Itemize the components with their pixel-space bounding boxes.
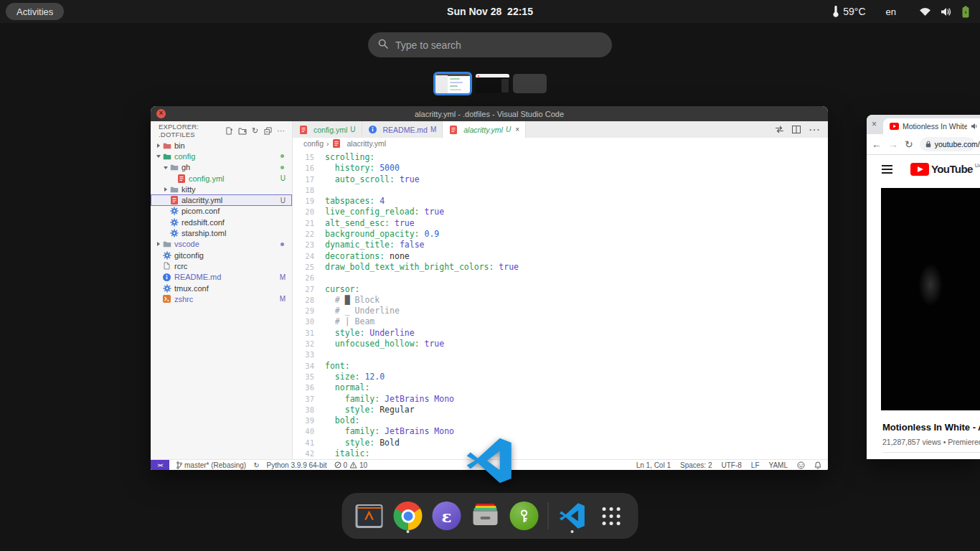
breadcrumb-file[interactable]: alacritty.yml	[347, 139, 387, 148]
code-line: 16 history: 5000	[293, 163, 828, 174]
new-folder-icon[interactable]	[237, 126, 248, 136]
eol-item[interactable]: LF	[751, 461, 760, 469]
code-line: 31 style: Underline	[293, 328, 828, 339]
warnings-count: 10	[359, 461, 367, 469]
tree-item-zshrc[interactable]: zshrcM	[151, 293, 292, 304]
tree-item-starship.toml[interactable]: starship.toml	[151, 227, 292, 238]
workspace-thumbnail-2[interactable]	[476, 74, 509, 93]
python-interpreter-item[interactable]: Python 3.9.9 64-bit	[267, 461, 327, 469]
indentation-item[interactable]: Spaces: 2	[680, 461, 712, 469]
reload-icon[interactable]: ↻	[905, 139, 913, 149]
tree-item-rcrc[interactable]: rcrc	[151, 260, 292, 271]
tab-alacritty-yml-active[interactable]: alacritty.yml U ×	[443, 121, 526, 138]
encoding-item[interactable]: UTF-8	[721, 461, 741, 469]
video-player[interactable]	[881, 188, 980, 410]
tab-audio-icon[interactable]	[971, 120, 978, 133]
code-text: decorations: none	[325, 251, 410, 262]
tree-item-gitconfig[interactable]: gitconfig	[151, 250, 292, 260]
chrome-nav-bar: ← → ↻ youtube.com/wa	[867, 134, 980, 155]
code-text: style: Regular	[325, 405, 415, 415]
code-text: # _ Underline	[325, 306, 400, 316]
remote-indicator[interactable]: ><	[151, 460, 169, 470]
youtube-logo-text: YouTube	[931, 162, 973, 176]
line-col-item[interactable]: Ln 1, Col 1	[636, 461, 671, 469]
more-actions-icon[interactable]: ···	[809, 123, 820, 136]
tree-item-picom.conf[interactable]: picom.conf	[151, 206, 292, 217]
forward-icon[interactable]: →	[888, 139, 898, 149]
problems-item[interactable]: 0 10	[334, 461, 368, 469]
folder-icon	[169, 163, 179, 171]
workspace-thumbnail-active[interactable]	[433, 72, 472, 95]
activities-button[interactable]: Activities	[6, 3, 64, 20]
dock-item-alacritty[interactable]	[354, 497, 385, 534]
keyboard-layout-label[interactable]: en	[886, 6, 896, 17]
gear-icon	[162, 251, 171, 260]
git-change-dot-badge	[281, 242, 284, 246]
refresh-icon[interactable]: ↻	[250, 126, 260, 136]
sync-item[interactable]: ↻	[253, 461, 259, 469]
close-tab-icon[interactable]: ×	[515, 126, 519, 133]
dock-item-chrome[interactable]	[393, 497, 423, 534]
feedback-icon[interactable]	[797, 461, 805, 469]
search-input[interactable]	[395, 39, 602, 51]
code-line: 24decorations: none	[293, 251, 828, 262]
window-close-button[interactable]: ×	[156, 109, 166, 118]
workspace-thumbnail-empty[interactable]	[513, 74, 547, 93]
gear-icon	[162, 284, 171, 293]
line-number: 34	[293, 361, 325, 372]
tree-item-config.yml[interactable]: config.ymlU	[151, 173, 292, 184]
tree-item-bin[interactable]: bin	[151, 140, 292, 151]
vscode-titlebar[interactable]: × alacritty.yml - .dotfiles - Visual Stu…	[151, 106, 828, 121]
clock[interactable]: Sun Nov 28 22:15	[447, 6, 533, 17]
git-status-badge: U	[281, 197, 286, 204]
menu-icon[interactable]	[882, 165, 892, 174]
code-text: family: JetBrains Mono	[325, 394, 454, 405]
notifications-bell-icon[interactable]	[814, 461, 821, 469]
dock-item-app-grid[interactable]	[596, 497, 626, 534]
chrome-active-tab[interactable]: Motionless In White - A	[883, 118, 980, 134]
split-editor-icon[interactable]	[792, 123, 801, 136]
youtube-logo[interactable]: YouTube UA	[910, 162, 980, 176]
more-actions-icon[interactable]: ···	[275, 126, 286, 136]
new-file-icon[interactable]	[224, 126, 235, 136]
chevron-spacer	[156, 252, 162, 259]
tree-item-kitty[interactable]: kitty	[151, 184, 292, 194]
chrome-window[interactable]: × Motionless In White - A ← → ↻ youtube.…	[867, 115, 980, 459]
back-icon[interactable]: ←	[872, 139, 882, 149]
collapse-folders-icon[interactable]	[263, 126, 273, 136]
tree-item-README.md[interactable]: README.mdM	[151, 272, 292, 283]
chevron-down-icon	[163, 164, 169, 171]
code-line: 36 normal:	[293, 382, 828, 393]
tree-item-tmux.conf[interactable]: tmux.conf	[151, 283, 292, 293]
git-branch-item[interactable]: master* (Rebasing)	[176, 461, 246, 469]
address-bar[interactable]: youtube.com/wa	[920, 137, 975, 151]
dock-item-passwords[interactable]	[509, 497, 540, 534]
language-mode-item[interactable]: YAML	[769, 461, 788, 469]
tree-item-alacritty.yml[interactable]: alacritty.ymlU	[151, 194, 292, 205]
system-status-area[interactable]: 59°C en	[832, 0, 970, 23]
chevron-right-icon	[156, 142, 162, 149]
close-tab-icon[interactable]: ×	[872, 120, 877, 128]
code-text: cursor:	[325, 284, 359, 295]
vscode-window[interactable]: × alacritty.yml - .dotfiles - Visual Stu…	[151, 106, 828, 470]
dock-item-emacs[interactable]: ε	[432, 497, 462, 534]
tree-item-config[interactable]: config	[151, 151, 292, 161]
breadcrumb[interactable]: config › alacritty.yml	[293, 138, 828, 149]
dock-item-vscode[interactable]	[557, 497, 588, 534]
tree-item-vscode[interactable]: vscode	[151, 239, 292, 250]
tree-item-label: alacritty.yml	[182, 196, 222, 204]
search-box[interactable]	[368, 32, 612, 57]
git-status-badge: U	[350, 126, 355, 133]
editor-tab-bar: config.yml U README.md M alacritty.yml U…	[293, 121, 828, 138]
tab-readme-md[interactable]: README.md M	[362, 121, 443, 138]
tree-item-gh[interactable]: gh	[151, 162, 292, 173]
breadcrumb-separator: ›	[326, 139, 329, 148]
breadcrumb-folder[interactable]: config	[303, 139, 324, 148]
line-number: 31	[293, 328, 325, 339]
code-editor[interactable]: 15scrolling:16 history: 500017 auto_scro…	[293, 149, 828, 459]
dock-item-files[interactable]	[471, 497, 501, 534]
tab-config-yml[interactable]: config.yml U	[293, 121, 362, 138]
tree-item-redshift.conf[interactable]: redshift.conf	[151, 217, 292, 227]
open-changes-icon[interactable]	[775, 123, 784, 136]
line-number: 22	[293, 229, 325, 240]
